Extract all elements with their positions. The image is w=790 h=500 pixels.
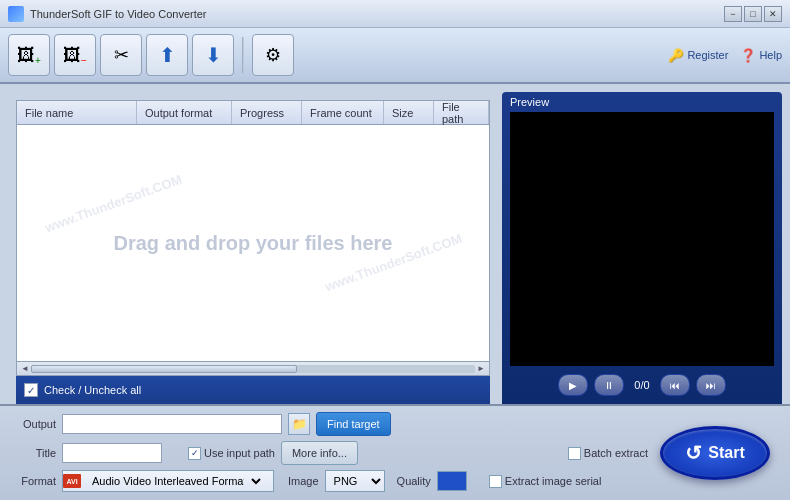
output-label: Output [12, 418, 56, 430]
frame-counter: 0/0 [630, 379, 653, 391]
pause-icon: ⏸ [604, 380, 614, 391]
minimize-button[interactable]: − [724, 6, 742, 22]
title-input[interactable] [62, 443, 162, 463]
maximize-button[interactable]: □ [744, 6, 762, 22]
file-drop-area[interactable]: www.ThunderSoft.COM www.ThunderSoft.COM … [17, 125, 489, 361]
play-button[interactable]: ▶ [558, 374, 588, 396]
extract-serial-label[interactable]: Extract image serial [489, 475, 602, 488]
scroll-track[interactable] [31, 365, 475, 373]
app-title: ThunderSoft GIF to Video Converter [30, 8, 724, 20]
preview-controls: ▶ ⏸ 0/0 ⏮ ⏭ [502, 366, 782, 404]
image-label: Image [288, 475, 319, 487]
watermark-1: www.ThunderSoft.COM [42, 172, 183, 236]
drop-text: Drag and drop your files here [114, 232, 393, 255]
play-icon: ▶ [569, 380, 577, 391]
format-label: Format [12, 475, 56, 487]
col-filepath: File path [434, 101, 489, 124]
browse-icon: 📁 [292, 417, 307, 431]
remove-icon: 🖼− [63, 45, 87, 66]
close-button[interactable]: ✕ [764, 6, 782, 22]
move-down-button[interactable]: ⬇ [192, 34, 234, 76]
file-scrollbar[interactable]: ◄ ► [17, 361, 489, 375]
main-area: File name Output format Progress Frame c… [0, 84, 790, 404]
app-icon [8, 6, 24, 22]
quality-color-picker[interactable] [437, 471, 467, 491]
start-button[interactable]: ↺ Start [660, 426, 770, 480]
check-all-label: Check / Uncheck all [44, 384, 141, 396]
scroll-thumb[interactable] [31, 365, 297, 373]
col-progress: Progress [232, 101, 302, 124]
col-frame-count: Frame count [302, 101, 384, 124]
check-uncheck-row: ✓ Check / Uncheck all [16, 376, 490, 404]
remove-gif-button[interactable]: 🖼− [54, 34, 96, 76]
avi-icon: AVI [63, 474, 81, 488]
image-select[interactable]: PNG [325, 470, 385, 492]
next-frame-button[interactable]: ⏭ [696, 374, 726, 396]
check-all-checkbox[interactable]: ✓ [24, 383, 38, 397]
toolbar-right: 🔑 Register ❓ Help [668, 48, 782, 63]
register-icon: 🔑 [668, 48, 684, 63]
format-select[interactable]: Audio Video Interleaved Format (*.avi) [84, 470, 264, 492]
move-down-icon: ⬇ [205, 43, 222, 67]
pause-button[interactable]: ⏸ [594, 374, 624, 396]
use-input-path-label[interactable]: ✓ Use input path [188, 447, 275, 460]
file-list-header: File name Output format Progress Frame c… [17, 101, 489, 125]
register-link[interactable]: 🔑 Register [668, 48, 728, 63]
help-icon: ❓ [740, 48, 756, 63]
col-filename: File name [17, 101, 137, 124]
preview-panel: Preview ▶ ⏸ 0/0 ⏮ ⏭ [502, 92, 782, 404]
quality-label: Quality [397, 475, 431, 487]
scroll-right-arrow[interactable]: ► [475, 363, 487, 375]
move-up-button[interactable]: ⬆ [146, 34, 188, 76]
preview-screen [510, 112, 774, 366]
settings-button[interactable]: ⚙ [252, 34, 294, 76]
prev-frame-button[interactable]: ⏮ [660, 374, 690, 396]
file-list-panel: File name Output format Progress Frame c… [16, 100, 490, 376]
add-icon: 🖼+ [17, 45, 41, 66]
gear-icon: ⚙ [265, 44, 281, 66]
settings-area: Output 📁 Find target Title ✓ Use input p… [0, 404, 790, 500]
title-bar: ThunderSoft GIF to Video Converter − □ ✕ [0, 0, 790, 28]
extract-serial-checkbox[interactable] [489, 475, 502, 488]
scroll-left-arrow[interactable]: ◄ [19, 363, 31, 375]
toolbar: 🖼+ 🖼− ✂ ⬆ ⬇ ⚙ 🔑 Register ❓ Help [0, 28, 790, 84]
output-input[interactable] [62, 414, 282, 434]
use-input-path-checkbox[interactable]: ✓ [188, 447, 201, 460]
more-info-button[interactable]: More info... [281, 441, 358, 465]
window-controls: − □ ✕ [724, 6, 782, 22]
batch-extract-checkbox[interactable] [568, 447, 581, 460]
preview-title: Preview [502, 92, 782, 112]
check-icon: ✓ [27, 385, 35, 396]
clear-all-button[interactable]: ✂ [100, 34, 142, 76]
start-icon: ↺ [685, 441, 702, 465]
prev-icon: ⏮ [670, 380, 680, 391]
format-row: Format AVI Audio Video Interleaved Forma… [12, 470, 778, 492]
output-row: Output 📁 Find target [12, 412, 778, 436]
col-size: Size [384, 101, 434, 124]
find-target-button[interactable]: Find target [316, 412, 391, 436]
move-up-icon: ⬆ [159, 43, 176, 67]
start-label: Start [708, 444, 744, 462]
help-link[interactable]: ❓ Help [740, 48, 782, 63]
title-label: Title [12, 447, 56, 459]
toolbar-separator [242, 37, 244, 73]
browse-button[interactable]: 📁 [288, 413, 310, 435]
col-output-format: Output format [137, 101, 232, 124]
clear-icon: ✂ [114, 44, 129, 66]
add-gif-button[interactable]: 🖼+ [8, 34, 50, 76]
next-icon: ⏭ [706, 380, 716, 391]
batch-extract-label[interactable]: Batch extract [568, 447, 648, 460]
